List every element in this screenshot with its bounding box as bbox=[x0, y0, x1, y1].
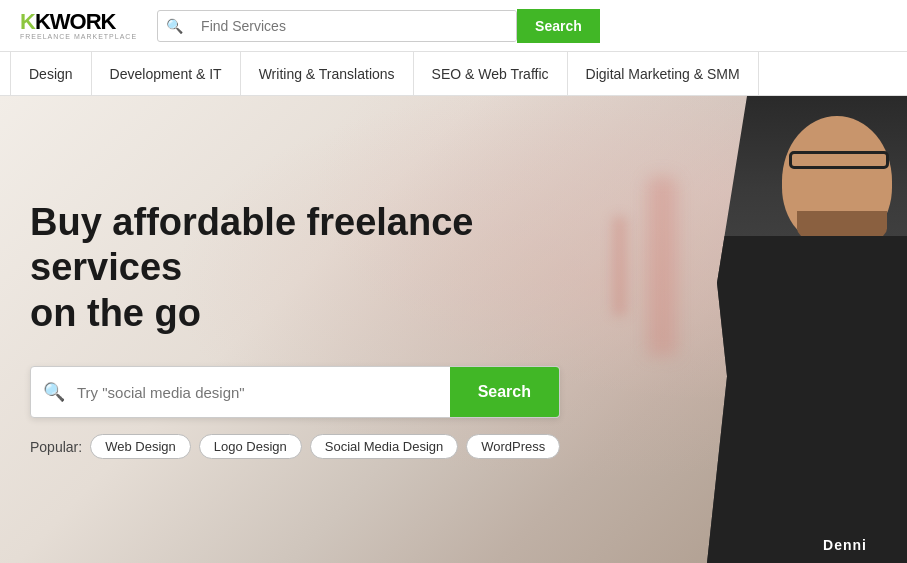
hero-title: Buy affordable freelance services on the… bbox=[30, 200, 550, 337]
header-search-bar: 🔍 bbox=[157, 10, 517, 42]
nav-bar: Design Development & IT Writing & Transl… bbox=[0, 52, 907, 96]
header-search-button[interactable]: Search bbox=[517, 9, 600, 43]
popular-tag-web-design[interactable]: Web Design bbox=[90, 434, 191, 459]
logo[interactable]: KKWORK FREELANCE MARKETPLACE bbox=[20, 11, 137, 40]
header: KKWORK FREELANCE MARKETPLACE 🔍 Search bbox=[0, 0, 907, 52]
logo-text: KKWORK bbox=[20, 11, 137, 33]
popular-row: Popular: Web Design Logo Design Social M… bbox=[30, 434, 877, 459]
nav-item-development[interactable]: Development & IT bbox=[92, 52, 241, 95]
hero-content: Buy affordable freelance services on the… bbox=[0, 96, 907, 563]
popular-label: Popular: bbox=[30, 439, 82, 455]
hero-search-icon: 🔍 bbox=[31, 381, 77, 403]
header-search-input[interactable] bbox=[191, 11, 516, 41]
hero-search-button[interactable]: Search bbox=[450, 367, 559, 417]
logo-subtitle: FREELANCE MARKETPLACE bbox=[20, 33, 137, 40]
popular-tag-social-media-design[interactable]: Social Media Design bbox=[310, 434, 459, 459]
nav-item-digital-marketing[interactable]: Digital Marketing & SMM bbox=[568, 52, 759, 95]
nav-item-seo[interactable]: SEO & Web Traffic bbox=[414, 52, 568, 95]
hero-search-input[interactable] bbox=[77, 384, 450, 401]
nav-item-design[interactable]: Design bbox=[10, 52, 92, 95]
search-icon: 🔍 bbox=[158, 18, 191, 34]
logo-k-letter: K bbox=[20, 9, 35, 34]
hero-title-line2: on the go bbox=[30, 292, 201, 334]
popular-tag-wordpress[interactable]: WordPress bbox=[466, 434, 560, 459]
hero-section: Denni Buy affordable freelance services … bbox=[0, 96, 907, 563]
hero-title-line1: Buy affordable freelance services bbox=[30, 201, 473, 289]
hero-search-bar: 🔍 Search bbox=[30, 366, 560, 418]
popular-tag-logo-design[interactable]: Logo Design bbox=[199, 434, 302, 459]
nav-item-writing[interactable]: Writing & Translations bbox=[241, 52, 414, 95]
